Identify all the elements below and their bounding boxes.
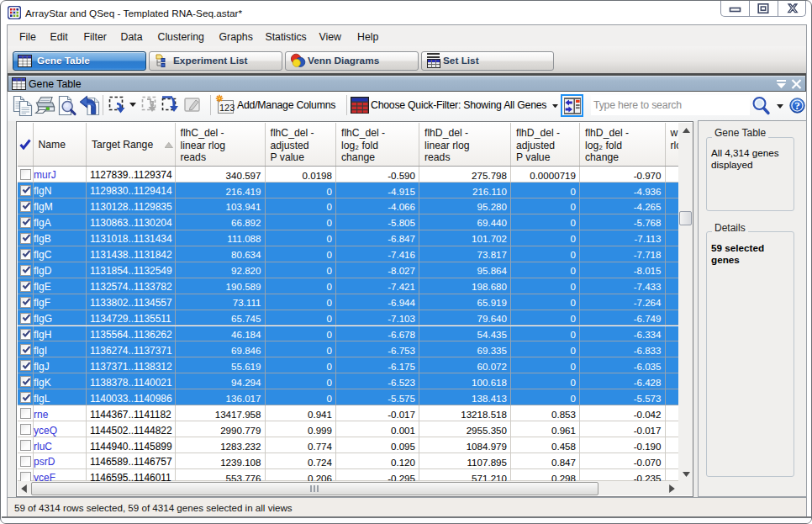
svg-text:?: ? [794,99,800,112]
svg-text:123: 123 [219,103,235,113]
